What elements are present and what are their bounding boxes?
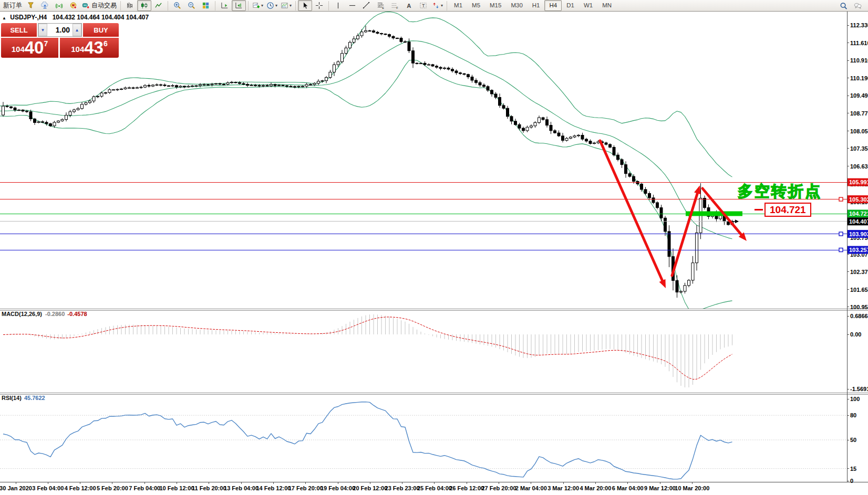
timeframe-button-h4[interactable]: H4 bbox=[544, 0, 562, 11]
signals-button[interactable] bbox=[52, 0, 66, 11]
sell-price-display[interactable]: 104407 bbox=[1, 38, 58, 58]
timeframe-button-w1[interactable]: W1 bbox=[579, 0, 597, 11]
time-tick-label: 2 Mar 04:00 bbox=[515, 485, 547, 491]
toolbar-separator bbox=[168, 1, 168, 10]
templates-button[interactable]: ▾ bbox=[279, 0, 293, 11]
symbol-name: USDJPY-,H4 bbox=[10, 14, 47, 21]
textlabel-icon: T bbox=[419, 2, 427, 9]
toolbar-separator bbox=[328, 1, 329, 10]
time-tick-label: 7 Feb 04:00 bbox=[129, 485, 160, 491]
time-tick-label: 10 Mar 20:00 bbox=[675, 485, 709, 491]
pivot-price-tag[interactable]: 104.721 bbox=[764, 203, 811, 217]
price-tick-label: 101.650 bbox=[850, 287, 868, 293]
volume-up-button[interactable]: ▲ bbox=[73, 24, 81, 36]
time-axis[interactable]: 30 Jan 20203 Feb 04:004 Feb 12:005 Feb 2… bbox=[0, 482, 709, 491]
line-chart-button[interactable] bbox=[151, 0, 166, 11]
signals-icon bbox=[55, 2, 63, 9]
rsi-name: RSI(14) bbox=[2, 395, 22, 401]
time-tick-label: 19 Feb 04:00 bbox=[321, 485, 355, 491]
hline-103257[interactable] bbox=[0, 248, 847, 252]
tile-windows-button[interactable] bbox=[199, 0, 213, 11]
symbol-marker-icon: ▲ bbox=[2, 16, 6, 20]
rsi-axis-label: 15 bbox=[850, 466, 856, 472]
timeframe-button-m30[interactable]: M30 bbox=[506, 0, 527, 11]
candlestick-chart-button[interactable] bbox=[137, 0, 151, 11]
arrows-button[interactable]: ▾ bbox=[430, 0, 445, 11]
search-button[interactable] bbox=[836, 1, 851, 12]
svg-text:T: T bbox=[422, 3, 425, 8]
macd-name: MACD(12,26,9) bbox=[2, 311, 42, 317]
time-tick-label: 9 Mar 12:00 bbox=[644, 485, 676, 491]
timeframe-button-mn[interactable]: MN bbox=[597, 0, 616, 11]
text-button[interactable]: A bbox=[402, 0, 416, 11]
macd-signal-line bbox=[3, 317, 732, 380]
toolbar-right-group bbox=[836, 1, 865, 12]
timeframe-button-h1[interactable]: H1 bbox=[528, 0, 545, 11]
price-tick-label: 107.350 bbox=[850, 145, 868, 152]
macd-axis-label: 0.00 bbox=[850, 331, 861, 338]
time-tick-label: 11 Feb 20:00 bbox=[192, 485, 226, 491]
linechart-icon bbox=[154, 2, 162, 9]
texta-icon: A bbox=[405, 2, 413, 9]
cursor-icon bbox=[301, 2, 309, 9]
market-button[interactable] bbox=[66, 0, 80, 11]
zoom-in-button[interactable] bbox=[170, 0, 184, 11]
svg-text:105.991: 105.991 bbox=[849, 179, 868, 185]
crosshair-button[interactable] bbox=[312, 0, 326, 11]
badge-resistance-2: 105.302 bbox=[848, 195, 868, 203]
price-tick-label: 108.770 bbox=[850, 110, 868, 117]
market-icon bbox=[69, 2, 77, 9]
trendline-button[interactable] bbox=[359, 0, 374, 11]
rsi-pane[interactable] bbox=[0, 402, 847, 479]
chartshift-icon bbox=[235, 2, 243, 9]
community-icon bbox=[41, 2, 49, 9]
indicators-button[interactable]: ▾ bbox=[251, 0, 265, 11]
autotrading-button[interactable]: 自动交易 bbox=[80, 0, 118, 11]
horizontal-line-button[interactable] bbox=[345, 0, 359, 11]
hline-105302[interactable] bbox=[0, 197, 847, 201]
time-tick-label: 30 Jan 2020 bbox=[0, 485, 32, 491]
volume-input[interactable] bbox=[47, 24, 73, 36]
support-highlight-bar[interactable] bbox=[686, 212, 742, 216]
time-tick-label: 26 Feb 12:00 bbox=[449, 485, 484, 491]
turning-point-annotation[interactable]: 多空转折点 bbox=[738, 181, 822, 202]
time-tick-label: 4 Mar 20:00 bbox=[580, 485, 611, 491]
chevron-down-icon: ▾ bbox=[261, 3, 263, 8]
chart-canvas[interactable]: 112.330111.610110.910110.190109.490108.7… bbox=[0, 0, 868, 495]
new-order-button[interactable]: 新订单 bbox=[0, 0, 24, 11]
periods-button[interactable]: ▾ bbox=[265, 0, 279, 11]
timeframe-button-m15[interactable]: M15 bbox=[485, 0, 506, 11]
auto-scroll-button[interactable] bbox=[218, 0, 232, 11]
cursor-button[interactable] bbox=[298, 0, 312, 11]
timeframe-button-d1[interactable]: D1 bbox=[562, 0, 579, 11]
chat-button[interactable] bbox=[851, 1, 865, 12]
community-button[interactable] bbox=[38, 0, 52, 11]
channel-button[interactable]: F bbox=[388, 0, 402, 11]
volume-down-button[interactable]: ▼ bbox=[38, 24, 47, 36]
price-pointer-icon bbox=[735, 219, 739, 223]
time-tick-label: 14 Feb 12:00 bbox=[256, 485, 291, 491]
autotrading-button-label: 自动交易 bbox=[91, 1, 117, 10]
price-tick-label: 106.630 bbox=[850, 163, 868, 170]
sell-button[interactable]: SELL bbox=[1, 23, 37, 37]
macd-pane[interactable] bbox=[3, 314, 732, 387]
autoscroll-icon bbox=[221, 2, 229, 9]
vertical-line-button[interactable] bbox=[331, 0, 345, 11]
charts-gold-button[interactable] bbox=[24, 0, 38, 11]
rsi-axis-label: 0 bbox=[850, 478, 853, 484]
trend-arrow-1[interactable] bbox=[600, 141, 666, 288]
timeframe-button-m1[interactable]: M1 bbox=[449, 0, 467, 11]
buy-price-display[interactable]: 104436 bbox=[60, 38, 119, 58]
text-label-button[interactable]: T bbox=[416, 0, 430, 11]
price-axis[interactable]: 112.330111.610110.910110.190109.490108.7… bbox=[847, 22, 868, 310]
macd-axis-label: -1.5691 bbox=[850, 386, 868, 392]
bar-chart-button[interactable] bbox=[123, 0, 137, 11]
zoom-out-button[interactable] bbox=[184, 0, 199, 11]
chart-shift-button[interactable] bbox=[232, 0, 246, 11]
badge-support-2: 103.257 bbox=[848, 246, 868, 254]
buy-button[interactable]: BUY bbox=[83, 23, 119, 37]
timeframe-button-m5[interactable]: M5 bbox=[467, 0, 485, 11]
fibonacci-button[interactable]: E bbox=[374, 0, 388, 11]
bollinger-lower-band bbox=[0, 60, 732, 312]
badge-support-1: 103.903 bbox=[848, 230, 868, 238]
